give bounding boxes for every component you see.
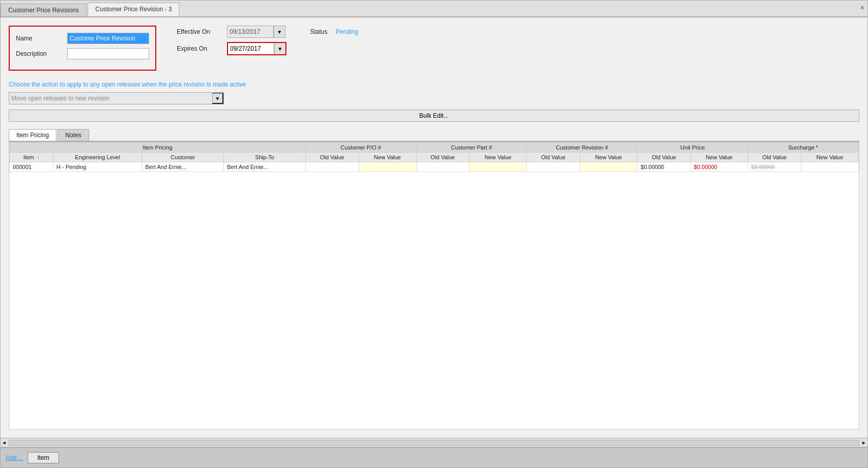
col-surcharge-old: Old Value [748, 153, 801, 162]
effective-on-label: Effective On [177, 28, 223, 35]
col-part-new: New Value [469, 153, 527, 162]
col-rev-new: New Value [580, 153, 637, 162]
cell-unit-old: $0.00000 [637, 162, 691, 172]
expires-on-input[interactable] [228, 43, 274, 54]
open-releases-dropdown-wrapper: ▼ [9, 92, 224, 104]
col-ship-to: Ship-To [224, 153, 306, 162]
cell-part-old [416, 162, 469, 172]
table-row[interactable]: 000001 H - Pending Bert And Ernie... Ber… [10, 162, 859, 172]
col-engineering-level: Engineering Level [53, 153, 142, 162]
cell-surcharge-new [801, 162, 858, 172]
group-header-customer-revision: Customer Revision # [527, 143, 637, 153]
col-unit-old: Old Value [637, 153, 691, 162]
sub-tab-notes[interactable]: Notes [57, 129, 89, 141]
col-surcharge-new: New Value [801, 153, 858, 162]
col-unit-new: New Value [690, 153, 748, 162]
sub-tab-item-pricing[interactable]: Item Pricing [9, 129, 56, 141]
add-link[interactable]: Add ... [6, 454, 24, 461]
item-button[interactable]: Item [28, 452, 59, 463]
dropdown-row: ▼ [9, 92, 859, 104]
name-input[interactable] [67, 33, 149, 44]
pricing-table-wrapper: Item Pricing Customer P/O # Customer Par… [9, 142, 859, 430]
horizontal-scrollbar[interactable]: ◄ ► [1, 438, 867, 447]
description-input[interactable] [67, 48, 149, 59]
name-label: Name [16, 35, 67, 42]
tab-customer-price-revisions[interactable]: Customer Price Revisions [1, 4, 87, 16]
bulk-edit-button[interactable]: Bulk Edit... [9, 110, 859, 122]
action-text: Choose the action to apply to any open r… [9, 81, 859, 88]
expires-on-row: Expires On ▼ [177, 42, 358, 55]
cell-po-new[interactable] [359, 162, 416, 172]
open-releases-input[interactable] [9, 93, 212, 104]
group-header-customer-po: Customer P/O # [305, 143, 416, 153]
open-releases-dropdown-arrow[interactable]: ▼ [212, 93, 223, 104]
tab-customer-price-revision-3[interactable]: Customer Price Revision - 3 [88, 3, 179, 16]
bottom-bar: Add ... Item [1, 447, 867, 467]
pricing-table: Item Pricing Customer P/O # Customer Par… [9, 142, 859, 172]
description-label: Description [16, 50, 67, 57]
name-description-form: Name Description [9, 26, 156, 71]
col-po-new: New Value [359, 153, 416, 162]
right-form-inner: Effective On ▼ Status Pending Expires On [177, 26, 358, 55]
effective-on-row: Effective On ▼ Status Pending [177, 26, 358, 38]
expires-on-dropdown[interactable]: ▼ [274, 43, 285, 54]
expires-on-label: Expires On [177, 45, 223, 52]
effective-on-wrapper: ▼ [227, 26, 285, 38]
cell-surcharge-old: $0.00000 [748, 162, 801, 172]
close-button[interactable]: × [860, 4, 864, 12]
col-part-old: Old Value [416, 153, 469, 162]
cell-part-new[interactable] [469, 162, 527, 172]
scroll-left-arrow[interactable]: ◄ [2, 440, 7, 445]
sub-tab-bar: Item Pricing Notes [9, 129, 859, 142]
scroll-track[interactable] [9, 440, 859, 446]
description-row: Description [16, 48, 149, 59]
scroll-right-arrow[interactable]: ► [861, 440, 866, 445]
cell-unit-new: $0.00000 [690, 162, 748, 172]
col-po-old: Old Value [305, 153, 359, 162]
main-content: Name Description Effective On ▼ [1, 17, 867, 438]
main-window: Customer Price Revisions Customer Price … [0, 0, 868, 468]
effective-on-dropdown[interactable]: ▼ [274, 26, 285, 37]
cell-ship-to: Bert And Ernie... [224, 162, 306, 172]
status-value: Pending [336, 28, 358, 35]
col-item: Item ↑ [10, 153, 53, 162]
cell-po-old [305, 162, 359, 172]
group-header-customer-part: Customer Part # [416, 143, 527, 153]
top-form-area: Name Description Effective On ▼ [9, 26, 859, 76]
col-rev-old: Old Value [527, 153, 580, 162]
cell-engineering-level: H - Pending [53, 162, 142, 172]
status-label: Status [310, 28, 327, 35]
group-header-unit-price: Unit Price [637, 143, 748, 153]
cell-rev-new[interactable] [580, 162, 637, 172]
sort-arrow-item: ↑ [37, 155, 39, 160]
group-header-item-pricing: Item Pricing [10, 143, 306, 153]
right-form-area: Effective On ▼ Status Pending Expires On [177, 26, 859, 55]
col-customer: Customer [142, 153, 224, 162]
expires-on-wrapper: ▼ [227, 42, 286, 55]
tab-bar: Customer Price Revisions Customer Price … [1, 1, 867, 17]
effective-on-input[interactable] [228, 26, 274, 37]
cell-customer: Bert And Ernie... [142, 162, 224, 172]
group-header-surcharge: Surcharge * [748, 143, 859, 153]
cell-item: 000001 [10, 162, 53, 172]
cell-rev-old [527, 162, 580, 172]
name-row: Name [16, 33, 149, 44]
